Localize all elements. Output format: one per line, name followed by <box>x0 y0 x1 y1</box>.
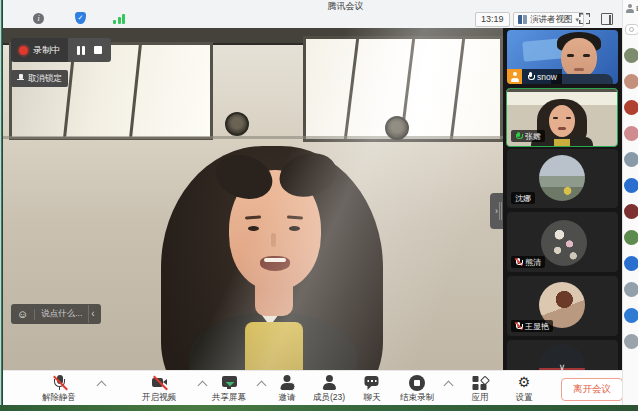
participant-tile-6[interactable]: ∨ <box>507 340 618 370</box>
fullscreen-icon[interactable] <box>579 13 590 24</box>
recording-label: 录制中 <box>33 44 60 57</box>
contacts-search-input[interactable] <box>625 24 638 35</box>
end-recording-button[interactable]: 结束录制 <box>400 375 434 404</box>
sidebar-collapse-handle[interactable]: › <box>490 193 503 229</box>
members-person-icon <box>321 375 338 390</box>
contact-person-icon <box>625 4 634 13</box>
view-mode-button[interactable]: 演讲者视图 ▾ <box>513 12 584 27</box>
participant-name-tag: 张嫦 <box>511 130 545 142</box>
recording-controls <box>68 38 111 62</box>
desktop-background-bottom <box>0 405 638 411</box>
participant-tile-xiongqing[interactable]: 熊清 <box>507 212 618 272</box>
speaker-view-icon <box>518 15 527 24</box>
network-signal-icon[interactable] <box>113 13 126 24</box>
meeting-info-icon[interactable]: i <box>33 13 44 24</box>
contact-avatar[interactable] <box>624 308 638 323</box>
gear-icon: ⚙ <box>518 375 531 390</box>
participants-sidebar: snow 张嫦 沈娜 <box>503 28 622 370</box>
pin-icon <box>17 74 24 83</box>
contacts-avatar-list <box>624 48 638 349</box>
contact-avatar[interactable] <box>624 152 638 167</box>
side-panel-toggle-icon[interactable] <box>601 13 613 25</box>
members-button[interactable]: 成员(23) <box>313 375 345 404</box>
share-options-chevron[interactable] <box>257 381 267 391</box>
participant-name-tag: 沈娜 <box>511 192 535 204</box>
unpin-button[interactable]: 取消锁定 <box>11 70 68 87</box>
recording-dot-icon <box>19 46 28 55</box>
contact-avatar[interactable] <box>624 100 638 115</box>
security-shield-icon[interactable]: ✓ <box>75 12 86 24</box>
recording-options-chevron[interactable] <box>444 381 454 391</box>
mic-on-icon <box>527 72 534 81</box>
video-options-chevron[interactable] <box>198 381 208 391</box>
mic-muted-icon <box>515 322 522 331</box>
share-screen-button[interactable]: 共享屏幕 <box>212 375 246 404</box>
pause-recording-button[interactable] <box>77 46 85 55</box>
participant-avatar: ∨ <box>539 344 585 370</box>
invite-label: 邀请 <box>279 392 296 404</box>
participant-name: 王显艳 <box>525 322 549 331</box>
contact-avatar[interactable] <box>624 282 638 297</box>
members-label: 成员(23) <box>313 392 345 404</box>
mic-muted-icon <box>51 375 68 390</box>
contact-avatar[interactable] <box>624 256 638 271</box>
end-recording-label: 结束录制 <box>400 392 434 404</box>
contact-avatar[interactable] <box>624 48 638 63</box>
participant-avatar <box>539 155 585 201</box>
leave-meeting-button[interactable]: 离开会议 <box>561 378 623 401</box>
contact-avatar[interactable] <box>624 178 638 193</box>
contact-avatar[interactable] <box>624 74 638 89</box>
chat-button[interactable]: 聊天 <box>364 375 381 404</box>
collapse-message-bar-icon[interactable]: ‹ <box>88 305 94 323</box>
start-video-button[interactable]: 开启视频 <box>142 375 176 404</box>
settings-label: 设置 <box>516 392 533 404</box>
bottom-toolbar: 解除静音 开启视频 共享屏幕 + 邀请 <box>3 370 622 406</box>
contact-avatar[interactable] <box>624 126 638 141</box>
message-placeholder[interactable]: 说点什么... <box>41 308 82 320</box>
recording-status: 录制中 <box>11 38 68 62</box>
titlebar[interactable]: 腾讯会议 <box>3 0 622 12</box>
participant-tile-shenna[interactable]: 沈娜 <box>507 149 618 208</box>
contacts-header: E <box>625 4 638 13</box>
share-screen-icon <box>221 375 238 390</box>
divider <box>34 309 35 320</box>
window-title: 腾讯会议 <box>3 0 622 12</box>
share-screen-label: 共享屏幕 <box>212 392 246 404</box>
participant-face <box>549 105 575 137</box>
unmute-label: 解除静音 <box>42 392 76 404</box>
plus-badge-icon: + <box>287 382 296 391</box>
participant-tile-snow[interactable]: snow <box>507 30 618 84</box>
stop-recording-button[interactable] <box>94 46 102 54</box>
apps-label: 应用 <box>472 392 489 404</box>
participant-vest <box>554 139 570 146</box>
participant-eye <box>583 54 590 57</box>
participant-name: snow <box>537 72 557 82</box>
apps-grid-icon <box>472 375 489 390</box>
participant-name-tag: snow <box>522 69 562 84</box>
participant-name: 沈娜 <box>515 194 531 203</box>
participant-eye <box>566 117 571 119</box>
contact-avatar[interactable] <box>624 204 638 219</box>
emoji-icon[interactable]: ☺ <box>17 304 28 324</box>
meeting-time: 13:19 <box>475 12 510 27</box>
participant-tile-wangxianyan[interactable]: 王显艳 <box>507 276 618 336</box>
settings-button[interactable]: ⚙ 设置 <box>516 375 533 404</box>
quick-message-bar[interactable]: ☺ 说点什么... ‹ <box>11 304 101 324</box>
participant-tile-zhangchang[interactable]: 张嫦 <box>506 88 618 147</box>
apps-button[interactable]: 应用 <box>472 375 489 404</box>
participant-name: 张嫦 <box>525 132 541 141</box>
screen: 腾讯会议 i ✓ 13:19 演讲者视图 ▾ <box>0 0 638 411</box>
participant-eye <box>567 54 574 57</box>
participant-name: 熊清 <box>525 258 541 267</box>
view-mode-label: 演讲者视图 <box>530 14 573 26</box>
chat-label: 聊天 <box>364 392 381 404</box>
recording-indicator: 录制中 <box>11 38 111 62</box>
contact-avatar[interactable] <box>624 230 638 245</box>
participant-mouth <box>574 68 584 71</box>
participant-eye <box>553 117 558 119</box>
contact-avatar[interactable] <box>624 334 638 349</box>
unmute-button[interactable]: 解除静音 <box>42 375 76 404</box>
invite-button[interactable]: + 邀请 <box>279 375 296 404</box>
main-video[interactable]: 录制中 取消锁定 ☺ 说点什么... ‹ › <box>3 28 503 370</box>
mic-options-chevron[interactable] <box>97 381 107 391</box>
